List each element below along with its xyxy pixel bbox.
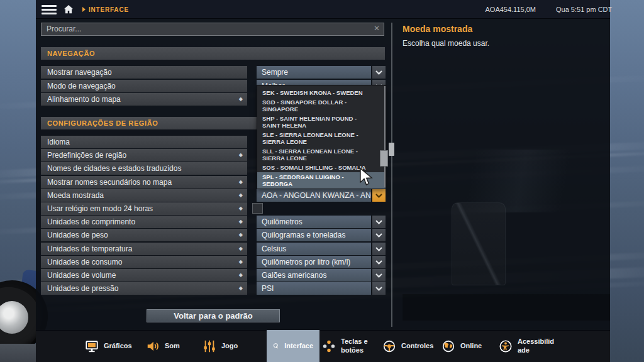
truck-bumper-silhouette — [402, 294, 610, 321]
tab-graficos[interactable]: Gráficos — [85, 330, 132, 362]
row-label-predefinicoes[interactable]: Predefinições de região◆ — [41, 149, 247, 162]
dropdown-mostrar-navegacao[interactable]: Sempre — [257, 66, 371, 79]
tab-acessibilidade[interactable]: Acessibilidade — [499, 330, 558, 362]
row-label-relogio-24h[interactable]: Usar relógio em modo 24 horas◆ — [41, 202, 247, 215]
panel-scrollbar-thumb[interactable] — [389, 143, 394, 156]
cursor-circle-icon — [273, 339, 279, 353]
expand-diamond-icon: ◆ — [239, 233, 243, 238]
truck-grille-silhouette — [452, 202, 506, 285]
dropdown-moeda-selected[interactable]: AOA - ANGOLAN KWANZA - ANGOLA — [257, 189, 371, 202]
steering-wheel-icon — [382, 339, 396, 353]
money-display: AOA454.115,0M — [473, 6, 536, 13]
breadcrumb-arrow-icon — [82, 7, 86, 12]
tab-teclas-botoes[interactable]: Teclas e botões — [322, 330, 372, 362]
dropdown-peso[interactable]: Quilogramas e toneladas — [257, 229, 371, 241]
row-label-alinhamento-mapa[interactable]: Alinhamento do mapa◆ — [41, 93, 247, 106]
home-icon[interactable] — [62, 3, 75, 18]
road — [0, 344, 36, 362]
row-label-pressao[interactable]: Unidades de pressão◆ — [41, 282, 247, 295]
panel-scrollbar-track[interactable] — [391, 23, 392, 327]
globe-icon — [441, 339, 455, 353]
expand-diamond-icon: ◆ — [239, 246, 243, 251]
search-clear-icon[interactable]: ✕ — [374, 24, 380, 33]
dropdown-pressao[interactable]: PSI — [257, 282, 371, 295]
monitor-icon — [85, 339, 99, 353]
chevron-down-icon[interactable] — [372, 216, 386, 228]
interface-options-screen: INTERFACE AOA454.115,0M Qua 5:51 pm CDT … — [0, 0, 644, 362]
row-label-mostrar-navegacao[interactable]: Mostrar navegação — [41, 66, 247, 79]
chevron-down-icon[interactable] — [372, 66, 386, 79]
row-label-moeda-mostrada[interactable]: Moeda mostrada◆ — [41, 189, 247, 202]
dropdown-scrollbar-thumb[interactable] — [380, 150, 388, 167]
help-title: Moeda mostrada — [402, 24, 472, 34]
speaker-icon — [146, 339, 160, 353]
menu-icon[interactable] — [42, 5, 57, 14]
row-label-idioma[interactable]: Idioma — [41, 136, 247, 148]
expand-diamond-icon: ◆ — [239, 286, 243, 291]
tab-interface[interactable]: Interface — [267, 330, 319, 362]
expand-diamond-icon: ◆ — [239, 180, 243, 185]
dropdown-temperatura[interactable]: Celsius — [257, 243, 371, 255]
row-label-nomes-cidades[interactable]: Nomes de cidades e estados traduzidos — [41, 162, 247, 175]
sliders-icon — [203, 339, 216, 353]
row-label-consumo[interactable]: Unidades de consumo◆ — [41, 256, 247, 268]
row-label-comprimento[interactable]: Unidades de comprimento◆ — [41, 216, 247, 228]
clock-display: Qua 5:51 pm CDT — [556, 6, 612, 13]
currency-option[interactable]: SEK - SWEDISH KRONA - SWEDEN — [257, 88, 386, 97]
dropdown-consumo[interactable]: Quilômetros por litro (km/l) — [257, 256, 371, 268]
dropdown-scrollbar-track[interactable] — [384, 86, 386, 187]
row-label-temperatura[interactable]: Unidades de temperatura◆ — [41, 243, 247, 255]
gamepad-buttons-icon — [322, 339, 336, 353]
currency-option[interactable]: SLE - SIERRA LEONEAN LEONE - SIERRA LEON… — [257, 130, 386, 146]
chevron-down-icon[interactable] — [372, 256, 386, 268]
row-label-peso[interactable]: Unidades de peso◆ — [41, 229, 247, 241]
expand-diamond-icon: ◆ — [239, 273, 243, 278]
currency-option[interactable]: SHP - SAINT HELENIAN POUND - SAINT HELEN… — [257, 114, 386, 130]
dropdown-comprimento[interactable]: Quilômetros — [257, 216, 371, 228]
currency-option[interactable]: SRD - SURINAME - SURINAMESE DOLLAR - SUR… — [257, 189, 386, 189]
dropdown-volume[interactable]: Galões americanos — [257, 269, 371, 282]
expand-diamond-icon: ◆ — [239, 193, 243, 198]
chevron-down-icon-active[interactable] — [372, 189, 386, 202]
mouse-cursor — [358, 167, 375, 189]
expand-diamond-icon: ◆ — [239, 206, 243, 211]
row-label-volume[interactable]: Unidades de volume◆ — [41, 269, 247, 282]
tab-controles[interactable]: Controles — [382, 330, 433, 362]
expand-diamond-icon: ◆ — [239, 260, 243, 265]
breadcrumb: INTERFACE — [89, 6, 129, 13]
section-header-navigation: NAVEGAÇÃO — [41, 47, 385, 60]
expand-diamond-icon: ◆ — [239, 153, 243, 158]
reset-default-button[interactable]: Voltar para o padrão — [147, 309, 280, 322]
row-label-modo-navegacao[interactable]: Modo de navegação — [41, 80, 247, 92]
chevron-down-icon[interactable] — [372, 229, 386, 241]
chevron-down-icon[interactable] — [372, 282, 386, 295]
row-label-nomes-secundarios[interactable]: Mostrar nomes secundários no mapa◆ — [41, 176, 247, 189]
currency-option[interactable]: SGD - SINGAPORE DOLLAR - SINGAPORE — [257, 97, 386, 114]
search-input[interactable]: Procurar... — [41, 23, 384, 36]
help-description: Escolha qual moeda usar. — [402, 39, 489, 48]
accessibility-icon — [499, 339, 513, 353]
tab-som[interactable]: Som — [146, 330, 180, 362]
currency-option[interactable]: SLL - SIERRA LEONEAN LEONE - SIERRA LEON… — [257, 146, 386, 163]
expand-diamond-icon: ◆ — [239, 97, 243, 102]
tab-jogo[interactable]: Jogo — [203, 330, 238, 362]
chevron-down-icon[interactable] — [372, 269, 386, 282]
tab-online[interactable]: Online — [441, 330, 482, 362]
chevron-down-icon[interactable] — [372, 243, 386, 255]
expand-diamond-icon: ◆ — [239, 219, 243, 224]
checkbox-relogio-24h[interactable] — [252, 203, 263, 214]
